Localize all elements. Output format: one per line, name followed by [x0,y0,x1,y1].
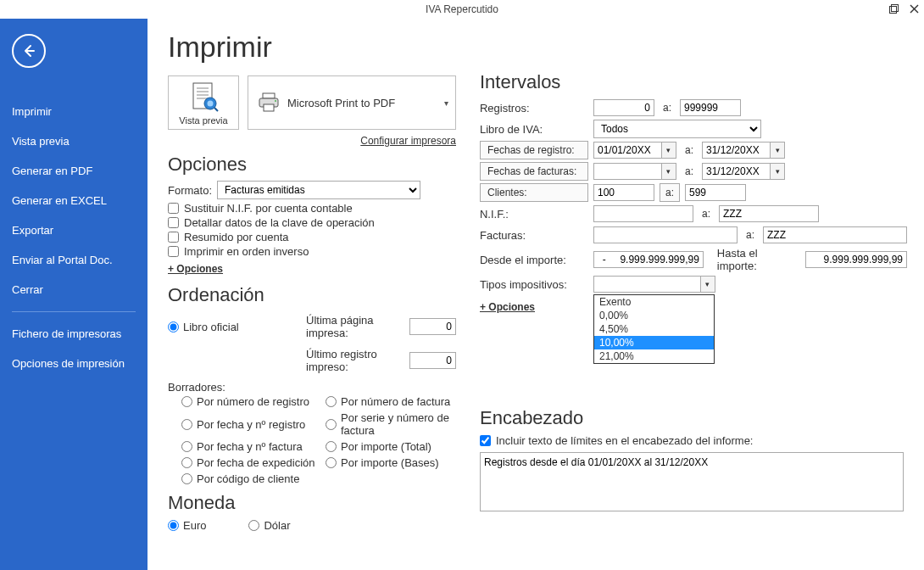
registros-from-input[interactable] [593,99,654,116]
radio-fecha-registro-label: Por fecha y nº registro [197,418,305,431]
chk-sustituir-nif-label: Sustituir N.I.F. por cuenta contable [184,202,353,215]
clientes-button[interactable]: Clientes: [480,183,588,202]
chk-orden-inverso[interactable] [168,246,179,257]
chk-resumido-cuenta-label: Resumido por cuenta [184,231,289,243]
sep-a-2: a: [682,144,697,156]
svg-rect-12 [263,93,275,98]
svg-rect-0 [889,6,896,13]
sep-a-4: a: [699,208,714,220]
tipos-input[interactable] [593,276,700,293]
nif-to-input[interactable] [719,205,819,222]
sidebar-item-generar-pdf[interactable]: Generar en PDF [0,156,148,186]
formato-select[interactable]: Facturas emitidas [217,181,420,199]
ff-to-dd[interactable]: ▾ [770,163,785,180]
sidebar-item-enviar-portal[interactable]: Enviar al Portal Doc. [0,245,148,275]
sidebar: Imprimir Vista previa Generar en PDF Gen… [0,19,148,570]
radio-fecha-factura-label: Por fecha y nº factura [197,440,303,453]
sidebar-item-vista-previa[interactable]: Vista previa [0,126,148,156]
radio-num-factura[interactable] [326,396,337,407]
registros-to-input[interactable] [680,99,741,116]
radio-num-registro[interactable] [181,396,192,407]
tipos-dd[interactable]: ▾ [700,276,715,293]
fechas-facturas-button[interactable]: Fechas de facturas: [480,162,588,181]
tipos-dropdown-list[interactable]: Exento 0,00% 4,50% 10,00% 21,00% [593,294,715,364]
chk-detallar-clave[interactable] [168,217,179,228]
formato-label: Formato: [168,184,212,197]
ff-to-input[interactable] [702,163,770,180]
svg-line-11 [214,108,218,111]
svg-rect-14 [264,104,274,111]
radio-num-registro-label: Por número de registro [197,395,309,408]
libro-iva-label: Libro de IVA: [480,123,588,136]
radio-fecha-factura[interactable] [181,441,192,452]
radio-dolar-label: Dólar [264,519,290,532]
close-icon[interactable] [907,2,921,15]
intervalos-heading: Intervalos [480,71,907,93]
fr-to-input[interactable] [702,142,770,159]
ultima-pagina-input[interactable] [409,318,456,335]
ff-from-input[interactable] [593,163,661,180]
encabezado-textarea[interactable] [480,452,904,511]
clientes-from-input[interactable] [593,184,654,201]
nif-from-input[interactable] [593,205,693,222]
tipos-opt-2[interactable]: 4,50% [594,322,714,336]
document-preview-icon [188,81,219,115]
printer-name: Microsoft Print to PDF [287,97,395,109]
fr-from-input[interactable] [593,142,661,159]
radio-importe-bases-label: Por importe (Bases) [341,456,439,469]
printer-select[interactable]: Microsoft Print to PDF ▾ [248,75,456,130]
tipos-opt-0[interactable]: Exento [594,295,714,309]
chevron-down-icon: ▾ [444,98,448,108]
vista-previa-button[interactable]: Vista previa [168,75,239,130]
fr-to-dd[interactable]: ▾ [770,142,785,159]
radio-dolar[interactable] [248,520,259,531]
ultimo-registro-input[interactable] [409,352,456,369]
vista-previa-label: Vista previa [179,115,227,126]
opciones-more-link[interactable]: + Opciones [168,263,223,275]
facturas-label: Facturas: [480,229,588,242]
sidebar-item-exportar[interactable]: Exportar [0,215,148,245]
sidebar-item-opciones-impresion[interactable]: Opciones de impresión [0,349,148,378]
content: Imprimir Vista previa Microsoft Print to… [148,19,924,570]
facturas-from-input[interactable] [593,226,738,243]
ff-from-dd[interactable]: ▾ [661,163,676,180]
radio-codigo-cliente[interactable] [181,473,192,484]
radio-fecha-registro[interactable] [181,419,192,430]
sidebar-item-fichero-impresoras[interactable]: Fichero de impresoras [0,319,148,349]
tipos-opt-3[interactable]: 10,00% [594,336,714,349]
libro-iva-select[interactable]: Todos [593,120,761,138]
facturas-to-input[interactable] [763,226,907,243]
fr-from-dd[interactable]: ▾ [661,142,676,159]
chk-detallar-clave-label: Detallar datos de la clave de operación [184,216,375,229]
sidebar-item-imprimir[interactable]: Imprimir [0,97,148,126]
back-button[interactable] [12,34,46,68]
sep-a-5: a: [743,229,758,241]
nif-label: N.I.F.: [480,208,588,221]
window-title: IVA Repercutido [426,3,498,15]
tipos-opt-4[interactable]: 21,00% [594,349,714,363]
desde-importe-label: Desde el importe: [480,254,588,266]
chk-resumido-cuenta[interactable] [168,232,179,243]
desde-importe-input[interactable] [593,251,704,268]
radio-libro-oficial[interactable] [168,321,179,332]
tipos-opt-1[interactable]: 0,00% [594,309,714,322]
intervalos-more-link[interactable]: + Opciones [480,301,535,313]
radio-importe-total[interactable] [326,441,337,452]
sidebar-item-cerrar[interactable]: Cerrar [0,275,148,305]
titlebar: IVA Repercutido [0,0,924,19]
hasta-importe-input[interactable] [805,251,907,268]
radio-euro[interactable] [168,520,179,531]
radio-num-factura-label: Por número de factura [341,395,450,408]
sidebar-item-generar-excel[interactable]: Generar en EXCEL [0,186,148,215]
radio-serie-factura[interactable] [326,419,337,430]
configurar-impresora-link[interactable]: Configurar impresora [168,135,456,147]
radio-libro-oficial-label: Libro oficial [183,321,239,333]
clientes-to-input[interactable] [685,184,746,201]
restore-icon[interactable] [887,2,900,15]
chk-incluir-limites[interactable] [480,435,491,446]
fechas-registro-button[interactable]: Fechas de registro: [480,141,588,159]
radio-importe-bases[interactable] [326,457,337,468]
clientes-a-button[interactable]: a: [660,183,680,202]
radio-fecha-expedicion[interactable] [181,457,192,468]
chk-sustituir-nif[interactable] [168,203,179,214]
